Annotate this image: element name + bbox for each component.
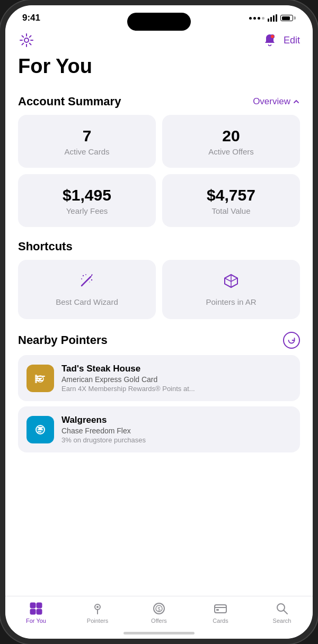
nearby-items: Tad's Steak House American Express Gold … bbox=[5, 355, 313, 452]
total-value-label: Total Value bbox=[211, 206, 250, 215]
svg-point-2 bbox=[271, 35, 274, 38]
tab-pointers[interactable]: Pointers bbox=[67, 602, 128, 624]
nearby-item-desc: 3% on drugstore purchases bbox=[61, 436, 292, 444]
svg-rect-13 bbox=[37, 603, 42, 608]
svg-point-6 bbox=[81, 278, 82, 279]
pointers-icon bbox=[91, 602, 104, 615]
list-item[interactable]: Walgreens Chase Freedom Flex 3% on drugs… bbox=[18, 406, 300, 452]
shortcuts-grid: Best Card Wizard Pointers in AR bbox=[5, 260, 313, 323]
svg-point-7 bbox=[91, 279, 92, 280]
cards-icon bbox=[214, 602, 227, 615]
edit-button[interactable]: Edit bbox=[284, 35, 300, 46]
list-item[interactable]: Tad's Steak House American Express Gold … bbox=[18, 355, 300, 401]
svg-text:$: $ bbox=[157, 606, 161, 612]
ar-label: Pointers in AR bbox=[206, 297, 256, 306]
nearby-item-card: American Express Gold Card bbox=[61, 375, 292, 384]
yearly-fees-card: $1,495 Yearly Fees bbox=[18, 174, 156, 227]
wizard-shortcut[interactable]: Best Card Wizard bbox=[18, 260, 156, 319]
wizard-label: Best Card Wizard bbox=[56, 297, 118, 306]
svg-rect-14 bbox=[30, 609, 36, 614]
tab-for-you-label: For You bbox=[26, 618, 46, 624]
yearly-fees-label: Yearly Fees bbox=[66, 206, 108, 215]
offers-icon: $ bbox=[152, 602, 166, 615]
yearly-fees-number: $1,495 bbox=[63, 186, 111, 204]
page-title: For You bbox=[18, 55, 300, 78]
tab-search-label: Search bbox=[273, 618, 292, 624]
wand-icon bbox=[79, 273, 95, 292]
total-value-card: $4,757 Total Value bbox=[162, 174, 300, 227]
active-cards-card: 7 Active Cards bbox=[18, 115, 156, 168]
total-value-number: $4,757 bbox=[207, 186, 255, 204]
tab-for-you[interactable]: For You bbox=[5, 602, 67, 624]
summary-grid: 7 Active Cards 20 Active Offers $1,495 Y… bbox=[5, 115, 313, 231]
nearby-item-info: Walgreens Chase Freedom Flex 3% on drugs… bbox=[61, 415, 292, 444]
active-cards-label: Active Cards bbox=[64, 147, 109, 156]
for-you-icon bbox=[29, 602, 43, 615]
nearby-title: Nearby Pointers bbox=[18, 333, 108, 347]
tab-cards[interactable]: Cards bbox=[190, 602, 251, 624]
wifi-icon bbox=[268, 14, 277, 22]
nearby-header: Nearby Pointers bbox=[5, 323, 313, 355]
tab-offers[interactable]: $ Offers bbox=[128, 602, 190, 624]
phone-frame: 9:41 bbox=[0, 0, 318, 644]
nearby-item-name: Walgreens bbox=[61, 415, 292, 425]
svg-line-3 bbox=[82, 277, 91, 286]
status-icons bbox=[249, 14, 296, 22]
nearby-item-name: Tad's Steak House bbox=[61, 364, 292, 374]
account-summary-title: Account Summary bbox=[18, 95, 121, 108]
active-cards-number: 7 bbox=[83, 127, 92, 145]
status-time: 9:41 bbox=[22, 13, 40, 23]
nearby-item-info: Tad's Steak House American Express Gold … bbox=[61, 364, 292, 393]
svg-rect-12 bbox=[30, 603, 36, 608]
overview-link[interactable]: Overview bbox=[253, 96, 300, 107]
search-icon bbox=[275, 602, 289, 615]
svg-point-0 bbox=[24, 38, 29, 42]
tab-offers-label: Offers bbox=[151, 618, 167, 624]
screen: 9:41 bbox=[5, 5, 313, 639]
shortcuts-title: Shortcuts bbox=[18, 240, 73, 253]
notification-icon[interactable] bbox=[262, 33, 277, 48]
ar-cube-icon bbox=[223, 273, 239, 292]
nearby-item-desc: Earn 4X Membership Rewards® Points at... bbox=[61, 385, 292, 393]
signal-icon bbox=[249, 17, 264, 20]
svg-point-17 bbox=[96, 606, 99, 608]
settings-icon[interactable] bbox=[18, 32, 35, 49]
active-offers-label: Active Offers bbox=[208, 147, 254, 156]
nearby-section: Nearby Pointers bbox=[5, 323, 313, 457]
nearby-item-card: Chase Freedom Flex bbox=[61, 427, 292, 435]
svg-point-8 bbox=[89, 282, 90, 282]
home-indicator bbox=[123, 632, 195, 634]
shortcuts-header: Shortcuts bbox=[5, 231, 313, 260]
active-offers-card: 20 Active Offers bbox=[162, 115, 300, 168]
tab-cards-label: Cards bbox=[213, 618, 228, 624]
svg-rect-23 bbox=[216, 609, 219, 611]
refresh-icon[interactable] bbox=[283, 332, 300, 349]
page-title-section: For You bbox=[5, 53, 313, 86]
svg-rect-21 bbox=[215, 605, 226, 613]
ar-shortcut[interactable]: Pointers in AR bbox=[162, 260, 300, 319]
amex-logo bbox=[26, 365, 54, 392]
dynamic-island bbox=[127, 13, 191, 31]
svg-rect-15 bbox=[37, 609, 42, 614]
tab-pointers-label: Pointers bbox=[87, 618, 108, 624]
battery-icon bbox=[280, 15, 296, 21]
main-content: Edit For You Account Summary Overview bbox=[5, 23, 313, 596]
account-summary-header: Account Summary Overview bbox=[5, 86, 313, 115]
svg-line-25 bbox=[284, 611, 288, 614]
active-offers-number: 20 bbox=[222, 127, 240, 145]
tab-search[interactable]: Search bbox=[251, 602, 313, 624]
walgreens-logo bbox=[26, 416, 54, 443]
svg-point-5 bbox=[85, 274, 86, 275]
svg-point-4 bbox=[83, 275, 84, 276]
top-bar-right: Edit bbox=[262, 33, 300, 48]
